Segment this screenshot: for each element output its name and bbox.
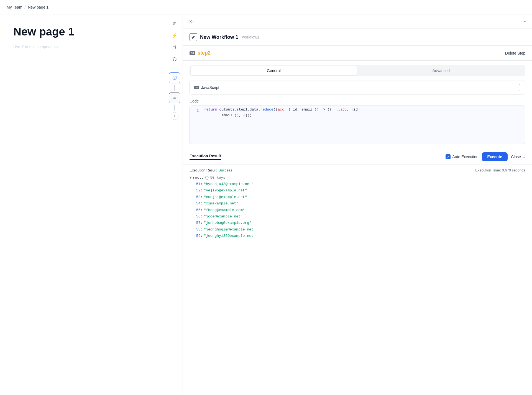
workflow-panel: >> ··· New Workflow 1 workflow1 JS step2 [183,14,532,395]
db-node[interactable] [169,72,180,83]
plus-icon: + [173,114,176,119]
node-connector-1 [174,85,175,91]
workflow-edit-icon [190,33,197,41]
result-tree: ▼ root: {} 50 keys 51:"hyeonju43@example… [190,176,525,239]
step-panel: JS step2 Delete Step General Advanced JS… [183,46,532,395]
execution-time: Execution Time: 0.670 seconds [475,168,525,172]
tree-index: 58: [196,226,203,233]
code-editor[interactable]: 1 return outputs.step1.data.reduce((acc,… [190,106,525,144]
svg-point-0 [173,76,176,77]
language-select-wrapper: JS JavaScript ⌃⌄ [190,81,525,94]
execution-status-label: Execution Result: [190,168,218,172]
tree-index: 54: [196,200,203,207]
hashtag-icon: # [173,21,176,26]
workflow-top-bar: >> ··· [183,14,532,29]
tree-value: "yeji95@example.net" [204,187,247,194]
tree-index: 53: [196,194,203,200]
breadcrumb-page[interactable]: New page 1 [28,5,48,9]
close-button[interactable]: Close ⌄ [511,155,525,159]
list-item: 54:"xi@example.net" [190,200,525,207]
tree-items: 51:"hyeonju43@example.net"52:"yeji95@exa… [190,181,525,239]
select-arrows-icon: ⌃⌄ [518,84,521,91]
delete-step-button[interactable]: Delete Step [505,51,525,55]
code-label: Code [190,99,525,103]
execution-actions: ✓ Auto Execution Execute Close ⌄ [446,152,525,161]
step-js-badge: JS [190,51,195,55]
tree-index: 55: [196,207,203,213]
tree-value: "jeonghyi35@example.net" [204,233,255,239]
tree-root: ▼ root: {} 50 keys [190,176,525,180]
tree-value: "fhong@example.com" [204,207,245,213]
execution-result-tab[interactable]: Execution Result [190,154,221,160]
page-title: New page 1 [13,25,153,38]
breadcrumb-separator: / [25,5,26,9]
step-header: JS step2 Delete Step [183,46,532,61]
close-label: Close [511,155,521,159]
sidebar-icons: # ⚡ [166,14,183,395]
line-number-1: 1 [190,106,201,120]
add-node-button[interactable]: + [171,112,178,120]
list-item: 51:"hyeonju43@example.net" [190,181,525,187]
tree-value: "jcoe@example.net" [204,213,242,220]
shuffle-icon [172,45,177,50]
tree-value: "jeonghogim@example.net" [204,226,255,233]
execution-body: Execution Result: Success Execution Time… [183,165,532,243]
page-area: New page 1 Use '/' to use components [0,14,166,395]
page-hint: Use '/' to use components [13,45,153,49]
history-icon-button[interactable] [169,54,180,65]
sidebar-divider [170,69,179,69]
code-section: Code 1 return outputs.step1.data.reduce(… [183,99,532,149]
history-icon [172,57,177,63]
step-name: step2 [198,50,211,56]
language-select[interactable]: JS JavaScript ⌃⌄ [190,81,525,94]
workflow-name[interactable]: New Workflow 1 [200,34,238,40]
workflow-more-button[interactable]: ··· [522,19,526,24]
bolt-icon: ⚡ [172,33,177,38]
bolt-icon-button[interactable]: ⚡ [169,30,180,41]
auto-execution-label[interactable]: ✓ Auto Execution [446,154,478,159]
execution-panel: Execution Result ✓ Auto Execution Execut… [183,149,532,243]
list-item: 56:"jcoe@example.net" [190,213,525,220]
tree-root-count: 50 keys [210,176,225,180]
tab-general[interactable]: General [191,66,357,75]
tree-index: 56: [196,213,203,220]
top-bar: My Team / New page 1 [0,0,532,14]
list-item: 57:"junhobag@example.org" [190,220,525,226]
workflow-expand-button[interactable]: >> [188,19,194,24]
tree-collapse-icon[interactable]: ▼ [190,176,192,180]
execution-status-row: Execution Result: Success Execution Time… [190,168,525,172]
expand-icon: >> [188,19,194,24]
tree-index: 52: [196,187,203,194]
hashtag-icon-button[interactable]: # [169,18,180,29]
language-name: JavaScript [201,85,219,90]
main-layout: New page 1 Use '/' to use components # ⚡ [0,14,532,395]
execute-button[interactable]: Execute [482,152,508,161]
tab-advanced[interactable]: Advanced [358,66,524,75]
workflow-id: workflow1 [242,35,259,39]
tab-row: General Advanced [190,65,525,76]
js-node-label: JS [173,96,176,99]
code-line-1: 1 return outputs.step1.data.reduce((acc,… [190,106,525,120]
tree-index: 59: [196,233,203,239]
language-badge: JS [194,86,199,89]
list-item: 59:"jeonghyi35@example.net" [190,233,525,239]
shuffle-icon-button[interactable] [169,42,180,53]
line-code-1: return outputs.step1.data.reduce((acc, {… [201,106,525,120]
chevron-down-icon: ⌄ [522,155,525,159]
js-node[interactable]: JS [169,92,180,103]
tree-index: 51: [196,181,203,187]
tree-value: "junhobag@example.org" [204,220,251,226]
tree-value: "cunjai@example.net" [204,194,247,200]
auto-execution-checkbox[interactable]: ✓ [446,154,451,159]
tree-index: 57: [196,220,203,226]
language-select-inner: JS JavaScript [194,85,219,90]
execution-status-text: Execution Result: Success [190,168,232,172]
node-connector-2 [174,105,175,111]
tree-root-label: root: [193,176,204,180]
more-icon: ··· [522,19,526,24]
workflow-header: New Workflow 1 workflow1 [183,29,532,46]
execution-toolbar: Execution Result ✓ Auto Execution Execut… [183,149,532,165]
auto-execution-text: Auto Execution [452,155,478,159]
list-item: 55:"fhong@example.com" [190,207,525,213]
breadcrumb-team[interactable]: My Team [7,5,22,9]
